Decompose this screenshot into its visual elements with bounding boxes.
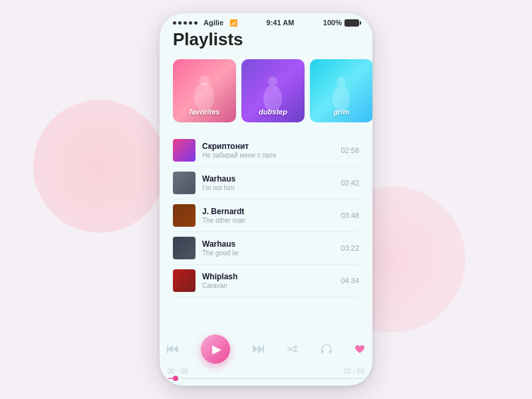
svg-marker-7	[173, 345, 178, 353]
track-artist-4: Warhaus	[202, 239, 335, 249]
track-info-1: Скриптонит Не забирай меня с пати	[202, 142, 335, 159]
heart-icon	[354, 344, 366, 354]
track-duration-4: 03:22	[340, 244, 359, 252]
battery-icon	[344, 19, 359, 27]
signal-dot-3	[184, 21, 187, 25]
track-item-2[interactable]: Warhaus I'm not him 02:42	[173, 167, 359, 200]
svg-rect-8	[167, 345, 168, 353]
track-title-4: The good lie	[202, 249, 335, 257]
play-button[interactable]: ▶	[201, 334, 230, 364]
progress-track[interactable]	[168, 378, 364, 379]
favorites-figure	[173, 70, 236, 117]
signal-dot-2	[178, 21, 182, 25]
track-title-1: Не забирай меня с пати	[202, 152, 335, 159]
signal-dot-1	[173, 21, 176, 25]
status-carrier: Agilie 📶	[173, 19, 237, 27]
track-duration-1: 02:58	[340, 146, 359, 154]
track-item-3[interactable]: J. Bernardt The other man 03:48	[173, 200, 359, 232]
track-thumb-3	[173, 204, 196, 227]
svg-marker-9	[253, 345, 258, 353]
headphones-icon	[321, 344, 332, 354]
svg-point-0	[194, 82, 214, 112]
status-battery: 100%	[323, 19, 359, 27]
total-time: 02 : 58	[344, 368, 364, 375]
prev-icon	[166, 344, 180, 354]
svg-point-4	[332, 85, 350, 112]
battery-percent: 100%	[323, 19, 342, 27]
track-title-2: I'm not him	[202, 184, 335, 192]
svg-point-3	[268, 76, 277, 86]
dubstep-figure	[241, 70, 305, 117]
svg-marker-6	[168, 345, 173, 353]
bg-decoration-left	[33, 100, 166, 233]
playlists-row: favorites dubstep grim	[173, 59, 359, 122]
track-item-5[interactable]: Whiplash Caravan 04:34	[173, 265, 359, 297]
track-thumb-2	[173, 172, 196, 194]
track-title-5: Caravan	[202, 282, 335, 289]
track-title-3: The other man	[202, 217, 335, 224]
track-info-2: Warhaus I'm not him	[202, 174, 335, 192]
signal-dot-5	[194, 21, 198, 25]
track-thumb-1	[173, 139, 196, 162]
progress-times: 00 : 00 02 : 58	[168, 368, 364, 375]
svg-rect-13	[329, 350, 332, 353]
shuffle-icon	[286, 344, 299, 354]
progress-thumb[interactable]	[173, 376, 178, 381]
track-thumb-5	[173, 269, 196, 292]
track-list: Скриптонит Не забирай меня с пати 02:58 …	[173, 134, 359, 328]
track-info-4: Warhaus The good lie	[202, 239, 335, 257]
svg-marker-10	[258, 345, 263, 353]
prev-button[interactable]	[166, 344, 180, 354]
grim-figure	[310, 70, 372, 117]
headphones-button[interactable]	[321, 344, 332, 354]
track-artist-1: Скриптонит	[202, 142, 335, 151]
current-time: 00 : 00	[168, 368, 188, 375]
shuffle-button[interactable]	[286, 344, 299, 354]
battery-fill	[345, 20, 358, 26]
status-bar: Agilie 📶 9:41 AM 100%	[160, 13, 372, 29]
signal-dot-4	[189, 21, 192, 25]
svg-rect-12	[321, 350, 324, 353]
play-icon: ▶	[212, 342, 221, 356]
phone-shell: Agilie 📶 9:41 AM 100% Playlists favorite…	[160, 13, 372, 386]
playlist-card-dubstep[interactable]: dubstep	[241, 59, 305, 122]
track-info-3: J. Bernardt The other man	[202, 207, 335, 224]
track-artist-2: Warhaus	[202, 174, 335, 184]
wifi-icon: 📶	[229, 19, 237, 27]
track-duration-5: 04:34	[340, 277, 359, 285]
next-icon	[251, 344, 265, 354]
track-thumb-4	[173, 237, 196, 259]
next-button[interactable]	[251, 344, 265, 354]
progress-area: 00 : 00 02 : 58	[160, 368, 372, 386]
track-artist-3: J. Bernardt	[202, 207, 335, 216]
track-item-1[interactable]: Скриптонит Не забирай меня с пати 02:58	[173, 134, 359, 167]
carrier-name: Agilie	[203, 19, 223, 27]
page-title: Playlists	[173, 29, 359, 50]
player-controls: ▶	[160, 328, 372, 368]
track-artist-5: Whiplash	[202, 272, 335, 281]
playlist-card-favorites[interactable]: favorites	[173, 59, 236, 122]
main-content: Playlists favorites dubstep	[160, 29, 372, 328]
favorite-button[interactable]	[354, 344, 366, 354]
svg-point-1	[199, 75, 209, 86]
svg-rect-11	[263, 345, 264, 353]
status-time: 9:41 AM	[267, 19, 295, 27]
track-item-4[interactable]: Warhaus The good lie 03:22	[173, 232, 359, 265]
svg-point-5	[336, 76, 346, 86]
playlist-card-grim[interactable]: grim	[310, 59, 372, 122]
track-info-5: Whiplash Caravan	[202, 272, 335, 289]
track-duration-2: 02:42	[340, 179, 359, 187]
track-duration-3: 03:48	[340, 211, 359, 219]
svg-point-2	[263, 85, 282, 112]
